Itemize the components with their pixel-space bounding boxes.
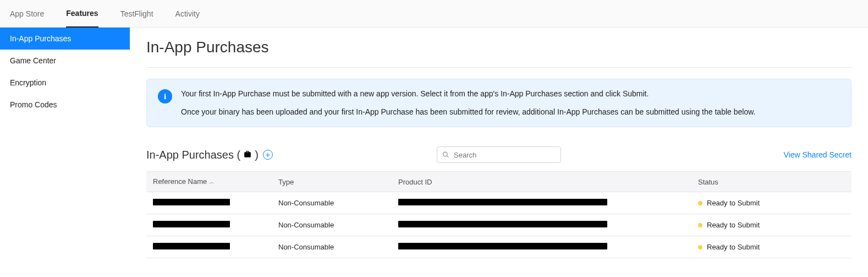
status-text: Ready to Submit bbox=[707, 243, 760, 251]
status-text: Ready to Submit bbox=[707, 199, 760, 207]
svg-line-1 bbox=[447, 156, 448, 157]
info-line-2: Once your binary has been uploaded and y… bbox=[181, 106, 755, 118]
status-dot-icon bbox=[698, 223, 702, 227]
section-header: In-App Purchases ( ) + View Shared Secre… bbox=[146, 146, 851, 164]
product-id-redacted bbox=[398, 199, 607, 205]
reference-name-redacted bbox=[153, 199, 230, 205]
info-line-1: Your first In-App Purchase must be submi… bbox=[181, 88, 755, 100]
product-id-redacted bbox=[398, 243, 607, 249]
info-box: i Your first In-App Purchase must be sub… bbox=[146, 79, 851, 127]
main-content: In-App Purchases i Your first In-App Pur… bbox=[130, 28, 868, 269]
reference-name-redacted bbox=[153, 243, 230, 249]
col-status[interactable]: Status bbox=[691, 172, 851, 192]
status-dot-icon bbox=[698, 201, 702, 205]
topnav-app-store[interactable]: App Store bbox=[10, 0, 44, 28]
iap-table: Reference Name︿ Type Product ID Status N… bbox=[146, 171, 851, 258]
search-icon bbox=[442, 151, 449, 159]
status-text: Ready to Submit bbox=[707, 221, 760, 229]
sidebar-item-game-center[interactable]: Game Center bbox=[0, 50, 130, 72]
view-shared-secret-link[interactable]: View Shared Secret bbox=[784, 150, 851, 159]
page-title: In-App Purchases bbox=[146, 39, 851, 56]
sidebar-item-promo-codes[interactable]: Promo Codes bbox=[0, 94, 130, 116]
top-nav: App Store Features TestFlight Activity bbox=[0, 0, 868, 28]
col-reference-name[interactable]: Reference Name︿ bbox=[146, 172, 272, 192]
status-dot-icon bbox=[698, 245, 702, 249]
svg-point-0 bbox=[443, 152, 448, 156]
type-cell: Non-Consumable bbox=[272, 236, 392, 258]
info-icon: i bbox=[158, 89, 172, 104]
sidebar-item-encryption[interactable]: Encryption bbox=[0, 72, 130, 94]
search-input[interactable] bbox=[437, 146, 561, 163]
product-id-redacted bbox=[398, 221, 607, 227]
reference-name-redacted bbox=[153, 221, 230, 227]
table-row[interactable]: Non-Consumable Ready to Submit bbox=[146, 236, 851, 258]
section-title: In-App Purchases ( ) bbox=[146, 149, 259, 161]
search-container bbox=[437, 146, 561, 163]
sidebar: In-App Purchases Game Center Encryption … bbox=[0, 28, 130, 269]
type-cell: Non-Consumable bbox=[272, 214, 392, 236]
topnav-testflight[interactable]: TestFlight bbox=[120, 0, 153, 28]
topnav-activity[interactable]: Activity bbox=[175, 0, 200, 28]
table-row[interactable]: Non-Consumable Ready to Submit bbox=[146, 192, 851, 214]
type-cell: Non-Consumable bbox=[272, 192, 392, 214]
table-row[interactable]: Non-Consumable Ready to Submit bbox=[146, 214, 851, 236]
sort-caret-icon: ︿ bbox=[209, 179, 215, 185]
topnav-features[interactable]: Features bbox=[66, 0, 98, 28]
add-iap-button[interactable]: + bbox=[263, 150, 273, 160]
bag-icon bbox=[244, 151, 251, 159]
sidebar-item-iap[interactable]: In-App Purchases bbox=[0, 28, 130, 50]
col-product-id[interactable]: Product ID bbox=[392, 172, 691, 192]
col-type[interactable]: Type bbox=[272, 172, 392, 192]
